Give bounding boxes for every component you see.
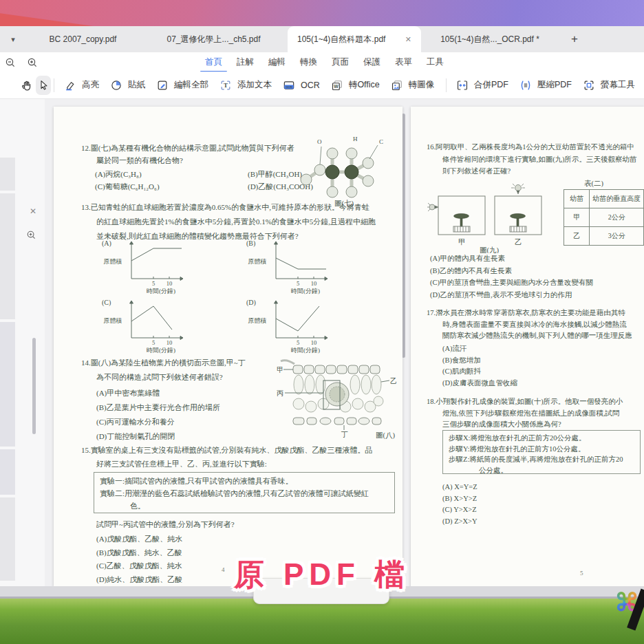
table-header-seedling: 幼苗 <box>564 190 590 208</box>
desktop-wallpaper-top <box>0 0 644 28</box>
add-text-icon-letter: T <box>224 82 228 89</box>
q13-graph-b: (B) 原體積 5 10 時間(分鐘) <box>245 237 362 295</box>
question-15-text: 15.實驗室的桌上有三支沒有貼標籤的試管,分別裝有純水、戊酸戊酯、乙酸三種液體。… <box>81 443 402 471</box>
q16-options: (A)甲的體內具有生長素 (B)乙的體內不具有生長素 (C)甲的莖頂會彎曲,主要… <box>430 253 593 301</box>
graph-xlabel: 時間(分鐘) <box>291 288 320 294</box>
compress-pdf-icon <box>517 76 534 95</box>
menu-protect[interactable]: 保護 <box>363 56 380 68</box>
menu-form[interactable]: 表單 <box>395 56 412 68</box>
screen-tool-label: 螢幕工具 <box>601 79 635 91</box>
graph-tick: 5 <box>152 280 155 287</box>
zoom-in-icon[interactable] <box>25 55 40 70</box>
tab-active-105-nature[interactable]: 105(1~4)自然科題本.pdf ✕ <box>288 26 421 52</box>
ocr-label: OCR <box>301 80 320 90</box>
question-14-text: 14.圖(八)為某陸生植物葉片的橫切面示意圖,甲~丁 為不同的構造,試問下列敘述… <box>81 356 303 385</box>
q13-graph-a: (A) 原體積 5 10 時間(分鐘) <box>100 237 217 295</box>
graph-ylabel: 原體積 <box>104 258 122 265</box>
menu-home[interactable]: 首頁 <box>205 56 222 68</box>
sidebar-close-icon[interactable]: ✕ <box>28 206 39 217</box>
q13-graph-c: (C) 原體積 5 10 時間(分鐘) <box>100 297 217 354</box>
table-cell: 2公分 <box>590 208 644 227</box>
table-cell: 甲 <box>564 208 590 227</box>
merge-pdf-button[interactable]: 合併PDF <box>454 76 508 95</box>
tab-close-icon[interactable]: ✕ <box>402 34 414 45</box>
graph-label: (A) <box>102 239 111 248</box>
table-header-height: 幼苗的垂直高度 <box>590 190 644 208</box>
graph-ylabel: 原體積 <box>248 258 267 265</box>
tab-label: 105(1~4)自然科題本.pdf <box>297 34 385 45</box>
to-office-button[interactable]: W 轉Office <box>329 76 380 95</box>
annotation-caption: 原 PDF 檔 <box>0 555 644 595</box>
graph-label: (B) <box>246 239 255 248</box>
tab-overflow-chevron-icon[interactable]: ▾ <box>0 26 26 52</box>
page-thumbnail[interactable] <box>0 193 15 319</box>
graph-xlabel: 時間(分鐘) <box>291 347 320 354</box>
add-text-button[interactable]: T 添加文本 <box>217 76 272 95</box>
page-thumbnail[interactable] <box>0 158 15 191</box>
screen-capture-icon <box>581 76 597 95</box>
figure-9-seedling-experiment: 甲 乙 圖(九) <box>426 181 553 253</box>
graph-tick: 10 <box>167 339 173 346</box>
page-thumbnail[interactable] <box>0 449 15 495</box>
graph-tick: 5 <box>297 280 299 287</box>
to-office-label: 轉Office <box>349 79 380 91</box>
q15-experiment-1: 實驗一:摘聞試管內的液體,只有甲試管內的液體具有香味。 <box>100 475 389 487</box>
graph-tick: 5 <box>152 339 155 346</box>
toolbar-separator <box>54 78 54 92</box>
graph-tick: 10 <box>311 280 317 287</box>
q13-graph-d: (D) 原體積 5 10 時間(分鐘) <box>245 297 362 354</box>
menu-tools[interactable]: 工具 <box>427 56 444 68</box>
tab-label: BC 2007_copy.pdf <box>50 34 117 44</box>
highlight-button[interactable]: 高亮 <box>62 76 99 95</box>
molecule-label-c: C <box>379 138 383 145</box>
compress-pdf-button[interactable]: 壓縮PDF <box>517 76 572 95</box>
new-tab-button[interactable]: + <box>559 26 590 52</box>
edit-all-button[interactable]: 編輯全部 <box>154 76 208 95</box>
molecule-label-h: H <box>353 136 358 142</box>
convert-image-icon <box>389 76 405 95</box>
highlight-label: 高亮 <box>82 79 99 91</box>
q18-options: (A) X=Y=Z (B) X>Y>Z (C) Y>X>Z (D) Z>X>Y <box>442 482 477 527</box>
select-cursor-tool-icon[interactable] <box>36 76 51 95</box>
zoom-out-icon[interactable] <box>3 55 18 70</box>
sidebar-scrollbar[interactable] <box>32 338 36 434</box>
leaf-label-bing: 丙 <box>277 389 283 397</box>
merge-pdf-icon <box>454 76 471 95</box>
sidebar-zoom-icon[interactable] <box>26 230 37 244</box>
q18-steps-box: 步驟X:將燈泡放在針孔的正前方20公分處。 步驟Y:將燈泡放在針孔的正前方10公… <box>442 430 641 474</box>
menu-page[interactable]: 頁面 <box>332 56 349 68</box>
ocr-button[interactable]: OCR OCR <box>281 76 320 95</box>
tab-105-ocr[interactable]: 105(1~4)自然..._OCR.pdf * <box>421 26 559 52</box>
q17-options: (A)流汗 (B)食慾增加 (C)肌肉顫抖 (D)皮膚表面微血管收縮 <box>442 343 517 389</box>
molecule-label-o: O <box>317 138 322 145</box>
q15-ask: 試問甲~丙試管中的液體,分別為下列何者? <box>96 519 235 530</box>
question-16-text: 16.阿明取甲、乙兩株長度均為1公分的大豆幼苗置於不透光的箱中 條件皆相同的環境… <box>427 141 644 178</box>
page-thumbnail[interactable] <box>0 322 15 447</box>
graph-ylabel: 原體積 <box>104 317 122 324</box>
menu-edit[interactable]: 編輯 <box>268 56 286 68</box>
leaf-label-yi: 乙 <box>390 377 397 385</box>
leaf-label-ding: 丁 <box>341 431 348 438</box>
pdf-page-2: 16.阿明取甲、乙兩株長度均為1公分的大豆幼苗置於不透光的箱中 條件皆相同的環境… <box>411 107 644 588</box>
table-2-seedling-heights: 幼苗 幼苗的垂直高度 甲 2公分 乙 3公分 <box>564 189 644 246</box>
sticker-button[interactable]: 貼紙 <box>108 76 145 95</box>
table-cell: 3公分 <box>590 227 644 246</box>
tab-ch5[interactable]: 07_選修化學上..._ch5.pdf <box>140 26 288 52</box>
menu-convert[interactable]: 轉換 <box>300 56 317 68</box>
screen-tool-button[interactable]: 螢幕工具 <box>581 76 635 95</box>
graph-xlabel: 時間(分鐘) <box>147 288 175 294</box>
graph-tick: 10 <box>311 339 317 346</box>
q14-options: (A)甲中密布葉綠體 (B)乙是葉片中主要行光合作用的場所 (C)丙可運輸水分和… <box>96 386 220 444</box>
q12-option-c: (C)葡萄糖(C₆H₁₂O₆) <box>95 182 160 192</box>
tab-bc2007[interactable]: BC 2007_copy.pdf <box>26 26 140 52</box>
edit-pencil-icon <box>154 76 171 95</box>
toolbar-separator <box>446 78 447 92</box>
hand-tool-icon[interactable] <box>21 76 33 95</box>
tab-label: 07_選修化學上..._ch5.pdf <box>167 34 260 45</box>
to-image-button[interactable]: 轉圖像 <box>389 76 435 95</box>
edit-all-label: 編輯全部 <box>174 79 208 91</box>
fig9-label-jia: 甲 <box>458 238 466 246</box>
main-toolbar: 高亮 貼紙 編輯全部 T 添加文本 OCR OCR W 轉Office 轉圖像 … <box>0 72 644 99</box>
menu-annotate[interactable]: 註解 <box>237 56 254 68</box>
document-tab-bar: ▾ BC 2007_copy.pdf 07_選修化學上..._ch5.pdf 1… <box>0 26 644 52</box>
